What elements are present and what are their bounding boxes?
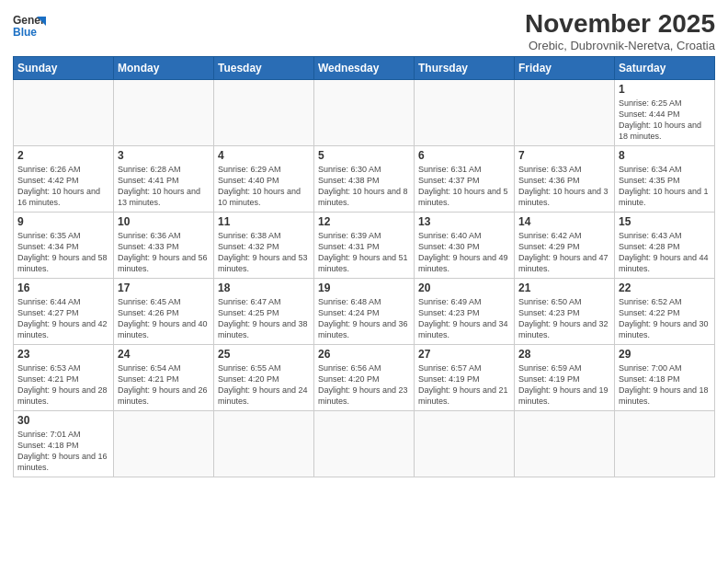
day-number: 26 <box>318 348 410 361</box>
day-cell: 25Sunrise: 6:55 AM Sunset: 4:20 PM Dayli… <box>214 345 314 411</box>
day-cell: 26Sunrise: 6:56 AM Sunset: 4:20 PM Dayli… <box>314 345 415 411</box>
day-cell: 19Sunrise: 6:48 AM Sunset: 4:24 PM Dayli… <box>314 279 415 345</box>
day-number: 15 <box>619 215 711 228</box>
day-cell <box>114 411 214 477</box>
day-info: Sunrise: 6:28 AM Sunset: 4:41 PM Dayligh… <box>118 164 210 209</box>
header-monday: Monday <box>114 57 214 80</box>
day-cell: 24Sunrise: 6:54 AM Sunset: 4:21 PM Dayli… <box>114 345 214 411</box>
title-block: November 2025 Orebic, Dubrovnik-Neretva,… <box>525 9 715 52</box>
day-cell <box>214 80 314 146</box>
day-number: 5 <box>318 149 410 162</box>
day-cell <box>615 411 715 477</box>
week-row-3: 16Sunrise: 6:44 AM Sunset: 4:27 PM Dayli… <box>14 279 715 345</box>
day-info: Sunrise: 6:33 AM Sunset: 4:36 PM Dayligh… <box>518 164 610 209</box>
day-info: Sunrise: 6:52 AM Sunset: 4:22 PM Dayligh… <box>619 296 711 341</box>
day-number: 20 <box>418 282 510 294</box>
header-tuesday: Tuesday <box>214 57 314 80</box>
week-row-5: 30Sunrise: 7:01 AM Sunset: 4:18 PM Dayli… <box>14 411 715 477</box>
logo-icon: General Blue <box>13 9 46 42</box>
day-info: Sunrise: 6:31 AM Sunset: 4:37 PM Dayligh… <box>418 164 510 209</box>
day-cell <box>214 411 314 477</box>
logo: General Blue <box>13 9 46 42</box>
day-cell: 21Sunrise: 6:50 AM Sunset: 4:23 PM Dayli… <box>515 279 615 345</box>
day-cell: 22Sunrise: 6:52 AM Sunset: 4:22 PM Dayli… <box>615 279 715 345</box>
week-row-2: 9Sunrise: 6:35 AM Sunset: 4:34 PM Daylig… <box>14 213 715 279</box>
week-row-0: 1Sunrise: 6:25 AM Sunset: 4:44 PM Daylig… <box>14 80 715 146</box>
day-cell: 2Sunrise: 6:26 AM Sunset: 4:42 PM Daylig… <box>14 146 114 213</box>
day-cell: 18Sunrise: 6:47 AM Sunset: 4:25 PM Dayli… <box>214 279 314 345</box>
day-info: Sunrise: 6:45 AM Sunset: 4:26 PM Dayligh… <box>118 296 210 341</box>
day-info: Sunrise: 7:01 AM Sunset: 4:18 PM Dayligh… <box>17 429 109 474</box>
day-number: 25 <box>218 348 310 361</box>
day-number: 3 <box>118 149 210 162</box>
day-number: 12 <box>318 215 410 228</box>
day-cell <box>415 80 515 146</box>
day-cell: 17Sunrise: 6:45 AM Sunset: 4:26 PM Dayli… <box>114 279 214 345</box>
day-number: 28 <box>518 348 610 361</box>
day-cell: 9Sunrise: 6:35 AM Sunset: 4:34 PM Daylig… <box>14 213 114 279</box>
day-number: 2 <box>17 149 109 162</box>
day-cell: 12Sunrise: 6:39 AM Sunset: 4:31 PM Dayli… <box>314 213 415 279</box>
day-info: Sunrise: 6:30 AM Sunset: 4:38 PM Dayligh… <box>318 164 410 209</box>
day-info: Sunrise: 6:56 AM Sunset: 4:20 PM Dayligh… <box>318 362 410 408</box>
day-cell: 10Sunrise: 6:36 AM Sunset: 4:33 PM Dayli… <box>114 213 214 279</box>
day-number: 9 <box>17 215 109 228</box>
day-cell: 1Sunrise: 6:25 AM Sunset: 4:44 PM Daylig… <box>615 80 715 146</box>
day-cell: 30Sunrise: 7:01 AM Sunset: 4:18 PM Dayli… <box>14 411 114 477</box>
day-info: Sunrise: 6:55 AM Sunset: 4:20 PM Dayligh… <box>218 362 310 408</box>
day-number: 23 <box>17 348 109 361</box>
day-info: Sunrise: 6:57 AM Sunset: 4:19 PM Dayligh… <box>418 362 510 408</box>
day-cell: 14Sunrise: 6:42 AM Sunset: 4:29 PM Dayli… <box>515 213 615 279</box>
day-info: Sunrise: 6:34 AM Sunset: 4:35 PM Dayligh… <box>619 164 711 209</box>
day-info: Sunrise: 6:29 AM Sunset: 4:40 PM Dayligh… <box>218 164 310 209</box>
day-info: Sunrise: 6:26 AM Sunset: 4:42 PM Dayligh… <box>17 164 109 209</box>
calendar-title: November 2025 <box>525 9 715 39</box>
day-info: Sunrise: 6:40 AM Sunset: 4:30 PM Dayligh… <box>418 230 510 275</box>
day-cell: 13Sunrise: 6:40 AM Sunset: 4:30 PM Dayli… <box>415 213 515 279</box>
weekday-header-row: Sunday Monday Tuesday Wednesday Thursday… <box>14 57 715 80</box>
day-cell: 4Sunrise: 6:29 AM Sunset: 4:40 PM Daylig… <box>214 146 314 213</box>
day-number: 1 <box>619 83 711 96</box>
day-cell: 8Sunrise: 6:34 AM Sunset: 4:35 PM Daylig… <box>615 146 715 213</box>
calendar-subtitle: Orebic, Dubrovnik-Neretva, Croatia <box>525 39 715 52</box>
day-number: 21 <box>518 282 610 294</box>
day-cell <box>515 411 615 477</box>
day-info: Sunrise: 6:25 AM Sunset: 4:44 PM Dayligh… <box>619 98 711 143</box>
day-cell: 28Sunrise: 6:59 AM Sunset: 4:19 PM Dayli… <box>515 345 615 411</box>
day-number: 7 <box>518 149 610 162</box>
day-number: 22 <box>619 282 711 294</box>
day-cell: 27Sunrise: 6:57 AM Sunset: 4:19 PM Dayli… <box>415 345 515 411</box>
header-friday: Friday <box>515 57 615 80</box>
week-row-1: 2Sunrise: 6:26 AM Sunset: 4:42 PM Daylig… <box>14 146 715 213</box>
day-number: 30 <box>17 414 109 427</box>
calendar-table: Sunday Monday Tuesday Wednesday Thursday… <box>13 56 715 477</box>
day-number: 4 <box>218 149 310 162</box>
day-number: 18 <box>218 282 310 294</box>
day-info: Sunrise: 6:39 AM Sunset: 4:31 PM Dayligh… <box>318 230 410 275</box>
day-number: 19 <box>318 282 410 294</box>
day-number: 14 <box>518 215 610 228</box>
day-cell: 3Sunrise: 6:28 AM Sunset: 4:41 PM Daylig… <box>114 146 214 213</box>
day-info: Sunrise: 6:42 AM Sunset: 4:29 PM Dayligh… <box>518 230 610 275</box>
day-cell: 15Sunrise: 6:43 AM Sunset: 4:28 PM Dayli… <box>615 213 715 279</box>
day-info: Sunrise: 6:50 AM Sunset: 4:23 PM Dayligh… <box>518 296 610 341</box>
day-info: Sunrise: 6:43 AM Sunset: 4:28 PM Dayligh… <box>619 230 711 275</box>
header: General Blue November 2025 Orebic, Dubro… <box>13 9 715 52</box>
day-info: Sunrise: 6:49 AM Sunset: 4:23 PM Dayligh… <box>418 296 510 341</box>
day-number: 13 <box>418 215 510 228</box>
day-cell <box>415 411 515 477</box>
day-cell <box>314 80 415 146</box>
week-row-4: 23Sunrise: 6:53 AM Sunset: 4:21 PM Dayli… <box>14 345 715 411</box>
day-info: Sunrise: 6:35 AM Sunset: 4:34 PM Dayligh… <box>17 230 109 275</box>
day-cell: 7Sunrise: 6:33 AM Sunset: 4:36 PM Daylig… <box>515 146 615 213</box>
day-cell: 20Sunrise: 6:49 AM Sunset: 4:23 PM Dayli… <box>415 279 515 345</box>
day-number: 16 <box>17 282 109 294</box>
day-number: 8 <box>619 149 711 162</box>
day-number: 10 <box>118 215 210 228</box>
day-info: Sunrise: 6:38 AM Sunset: 4:32 PM Dayligh… <box>218 230 310 275</box>
day-info: Sunrise: 6:59 AM Sunset: 4:19 PM Dayligh… <box>518 362 610 408</box>
day-info: Sunrise: 6:44 AM Sunset: 4:27 PM Dayligh… <box>17 296 109 341</box>
day-cell <box>114 80 214 146</box>
day-number: 11 <box>218 215 310 228</box>
day-cell: 5Sunrise: 6:30 AM Sunset: 4:38 PM Daylig… <box>314 146 415 213</box>
